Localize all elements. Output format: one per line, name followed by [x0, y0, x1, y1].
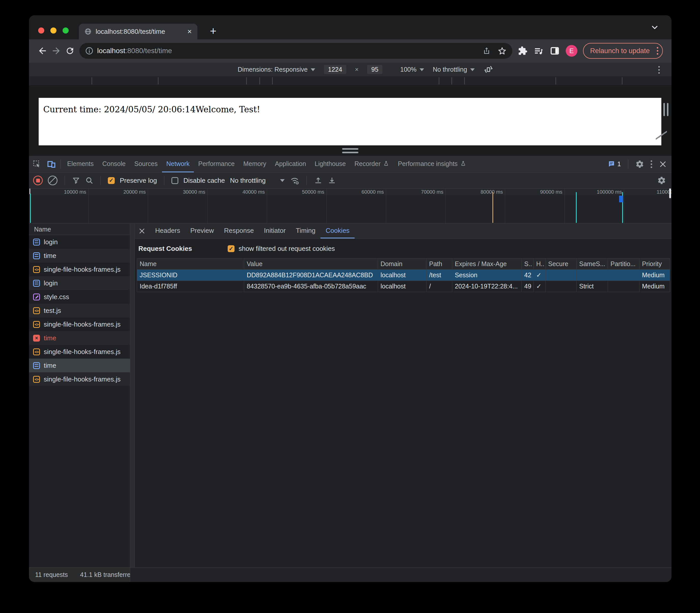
tab-application[interactable]: Application [271, 156, 310, 172]
devtools-menu-kebab-icon[interactable] [649, 159, 654, 170]
record-network-log-button[interactable] [33, 175, 43, 185]
request-row[interactable]: style.css [29, 290, 130, 304]
request-row[interactable]: <>test.js [29, 304, 130, 317]
new-tab-button[interactable]: + [207, 23, 219, 39]
tab-performance[interactable]: Performance [194, 156, 239, 172]
extensions-puzzle-icon[interactable] [518, 46, 527, 56]
viewport-corner-resize-grip[interactable] [656, 131, 667, 140]
devtools-drag-handle[interactable] [342, 148, 358, 155]
import-har-icon[interactable] [314, 176, 322, 185]
share-icon[interactable] [482, 47, 491, 55]
tab-sources[interactable]: Sources [130, 156, 162, 172]
tab-search-chevron-icon[interactable] [650, 23, 659, 32]
minimize-window-button[interactable] [50, 27, 56, 34]
cookie-row[interactable]: Idea-d1f785ff 84328570-ea9b-4635-afba-05… [137, 281, 670, 292]
tab-recorder[interactable]: Recorder [350, 156, 394, 172]
export-har-icon[interactable] [328, 176, 336, 185]
request-row[interactable]: login [29, 276, 130, 290]
tab-performance-insights[interactable]: Performance insights [394, 156, 471, 172]
tab-console[interactable]: Console [98, 156, 130, 172]
zoom-dropdown[interactable]: 100% [400, 66, 424, 73]
viewport-height-field[interactable]: 95 [367, 65, 383, 74]
inspect-element-icon[interactable] [33, 160, 41, 169]
disable-cache-checkbox[interactable] [171, 177, 178, 184]
col-priority[interactable]: Priority [639, 259, 670, 270]
viewport-right-resize-handle[interactable] [663, 103, 665, 116]
detail-tab-preview[interactable]: Preview [185, 224, 219, 238]
col-partition[interactable]: Partitio... [608, 259, 639, 270]
search-icon[interactable] [85, 177, 93, 184]
request-row[interactable]: <>single-file-hooks-frames.js [29, 262, 130, 276]
back-button[interactable] [36, 44, 49, 58]
close-detail-icon[interactable] [135, 224, 150, 238]
tab-network[interactable]: Network [162, 156, 194, 172]
request-list-scrollbar[interactable] [130, 224, 135, 567]
col-domain[interactable]: Domain [378, 259, 427, 270]
preserve-log-checkbox[interactable]: ✓ [108, 177, 115, 184]
devtools-scrollbar-thumb[interactable] [669, 188, 671, 198]
request-row-error[interactable]: ×time [29, 331, 130, 345]
bookmark-star-icon[interactable] [497, 46, 507, 55]
network-throttling-dropdown[interactable]: No throttling [230, 177, 285, 184]
request-row[interactable]: login [29, 235, 130, 249]
tab-elements[interactable]: Elements [63, 156, 98, 172]
request-row[interactable]: <>single-file-hooks-frames.js [29, 345, 130, 358]
forward-button[interactable] [49, 44, 63, 58]
request-row-selected[interactable]: time [29, 358, 130, 372]
issues-counter[interactable]: 1 [608, 160, 621, 168]
col-httponly[interactable]: H.. [534, 259, 546, 270]
browser-menu-kebab-icon[interactable] [655, 45, 660, 56]
col-value[interactable]: Value [244, 259, 378, 270]
media-playlist-icon[interactable] [534, 46, 544, 56]
tab-close-icon[interactable]: × [187, 27, 192, 36]
col-name[interactable]: Name [137, 259, 244, 270]
devtools-close-icon[interactable] [659, 160, 667, 168]
devtools-tabs: Elements Console Sources Network Perform… [63, 156, 471, 172]
network-overview-timeline[interactable]: 10000 ms 20000 ms 30000 ms 40000 ms 5000… [29, 188, 672, 224]
request-row[interactable]: <>single-file-hooks-frames.js [29, 317, 130, 331]
detail-tab-response[interactable]: Response [219, 224, 259, 238]
col-samesite[interactable]: SameS... [577, 259, 608, 270]
tab-lighthouse[interactable]: Lighthouse [310, 156, 350, 172]
maximize-window-button[interactable] [63, 27, 69, 34]
request-row[interactable]: <>single-file-hooks-frames.js [29, 372, 130, 386]
timeline-label: 40000 ms [228, 189, 265, 195]
detail-tab-timing[interactable]: Timing [291, 224, 320, 238]
request-row[interactable]: time [29, 249, 130, 262]
device-toolbar-menu-kebab-icon[interactable] [657, 65, 661, 75]
col-secure[interactable]: Secure [546, 259, 577, 270]
clear-network-log-icon[interactable] [48, 175, 58, 185]
throttling-dropdown[interactable]: No throttling [433, 66, 475, 73]
rotate-device-icon[interactable] [483, 64, 494, 75]
col-expires[interactable]: Expires / Max-Age [452, 259, 522, 270]
settings-gear-icon[interactable] [635, 160, 644, 169]
dimensions-dropdown[interactable]: Dimensions: Responsive [238, 66, 315, 73]
timeline-activity-bar [493, 192, 493, 223]
browser-tab[interactable]: localhost:8080/test/time × [79, 24, 198, 39]
show-filtered-cookies-checkbox[interactable]: ✓ [228, 245, 234, 252]
network-settings-gear-icon[interactable] [657, 176, 666, 185]
relaunch-to-update-button[interactable]: Relaunch to update [583, 43, 663, 59]
viewport-right-resize-handle[interactable] [667, 103, 669, 116]
tab-memory[interactable]: Memory [239, 156, 270, 172]
filter-funnel-icon[interactable] [72, 177, 80, 184]
address-bar[interactable]: localhost:8080/test/time [79, 43, 512, 59]
request-cookies-title: Request Cookies [138, 245, 192, 252]
document-icon [33, 239, 40, 246]
side-panel-icon[interactable] [550, 46, 560, 56]
profile-avatar[interactable]: E [566, 45, 577, 57]
detail-tab-initiator[interactable]: Initiator [259, 224, 291, 238]
col-size[interactable]: S.. [522, 259, 534, 270]
device-toolbar-toggle-icon[interactable] [47, 160, 56, 169]
viewport-width-field[interactable]: 1224 [324, 65, 346, 74]
cookie-row-selected[interactable]: JSESSIONID DD892A884B12F908D1ACAEAA248AC… [137, 270, 670, 281]
detail-tab-cookies[interactable]: Cookies [320, 224, 355, 238]
close-window-button[interactable] [38, 27, 44, 34]
site-info-icon[interactable] [85, 47, 93, 55]
rendered-page[interactable]: Current time: 2024/05/05/ 20:06:14Welcom… [39, 98, 661, 145]
network-conditions-icon[interactable] [290, 175, 300, 185]
col-path[interactable]: Path [427, 259, 452, 270]
request-list-header[interactable]: Name [29, 224, 130, 235]
detail-tab-headers[interactable]: Headers [150, 224, 185, 238]
reload-button[interactable] [63, 44, 77, 58]
